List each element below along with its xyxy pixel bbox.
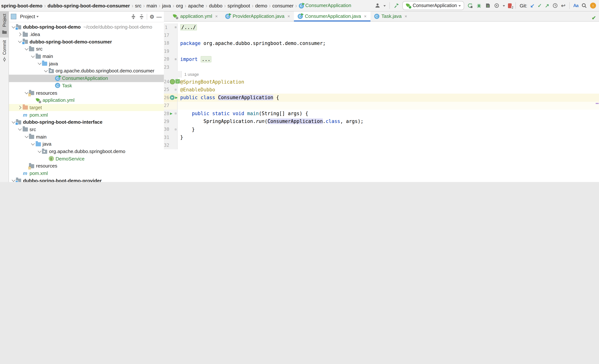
tree-row[interactable]: application.yml bbox=[9, 96, 164, 104]
run-triangle-icon[interactable]: ▶ bbox=[170, 111, 172, 116]
fold-marker[interactable]: ⊟ bbox=[174, 112, 178, 115]
git-update-icon[interactable]: ↙ bbox=[530, 3, 534, 8]
editor-tab-application.yml[interactable]: application.yml× bbox=[169, 11, 221, 21]
chevron-down-icon[interactable] bbox=[30, 141, 35, 147]
tree-row[interactable]: C▶ConsumerApplication bbox=[9, 75, 164, 82]
rollback-icon[interactable]: ↩ bbox=[561, 3, 565, 8]
tree-row[interactable]: dubbo-spring-boot-demo-consumer bbox=[9, 38, 164, 45]
chevron-down-icon[interactable] bbox=[24, 46, 29, 52]
git-push-icon[interactable]: ↗ bbox=[545, 3, 549, 8]
chevron-down-icon[interactable] bbox=[37, 61, 42, 66]
tree-row[interactable]: mpom.xml bbox=[9, 111, 164, 119]
tree-row[interactable]: java bbox=[9, 140, 164, 148]
breadcrumb-item[interactable]: C▶ConsumerApplication bbox=[299, 3, 351, 9]
tool-tab-project[interactable]: Project bbox=[0, 11, 9, 37]
tree-row[interactable]: dubbo-spring-boot-demo~/code/dubbo-sprin… bbox=[9, 23, 164, 31]
breadcrumb-item[interactable]: apache bbox=[188, 3, 204, 8]
breadcrumb-item[interactable]: springboot bbox=[228, 3, 250, 8]
usage-inlay[interactable]: 1 usage bbox=[164, 71, 599, 78]
tree-row[interactable]: src bbox=[9, 45, 164, 52]
code-line[interactable]: 31} bbox=[164, 133, 599, 141]
stop-icon[interactable]: 2 bbox=[508, 3, 512, 8]
git-commit-icon[interactable]: ✓ bbox=[537, 3, 542, 8]
tree-row[interactable]: mpom.xml bbox=[9, 170, 164, 177]
editor-tab-ConsumerApplication.java[interactable]: C▶ConsumerApplication.java× bbox=[294, 11, 370, 21]
close-tab-icon[interactable]: × bbox=[364, 14, 367, 19]
expand-all-icon[interactable] bbox=[131, 14, 137, 19]
tree-row[interactable]: CTask bbox=[9, 82, 164, 89]
inspection-ok-icon[interactable]: ✔ bbox=[592, 15, 596, 21]
code-line[interactable]: 27 bbox=[164, 102, 599, 110]
code-line[interactable]: 32 bbox=[164, 141, 599, 149]
tree-row[interactable]: java bbox=[9, 60, 164, 67]
coverage-icon[interactable] bbox=[485, 3, 491, 9]
run-config-select[interactable]: ConsumerApplication bbox=[402, 1, 464, 10]
tree-row[interactable]: org.apache.dubbo.springboot.demo.consume… bbox=[9, 67, 164, 74]
chevron-right-icon[interactable] bbox=[17, 32, 22, 37]
user-icon[interactable] bbox=[374, 3, 380, 9]
spring-bean-icon[interactable] bbox=[170, 79, 175, 84]
chevron-down-icon[interactable] bbox=[24, 134, 29, 139]
chevron-down-icon[interactable] bbox=[17, 127, 22, 132]
translate-icon[interactable]: Aa bbox=[573, 3, 578, 8]
tree-row[interactable]: resources bbox=[9, 89, 164, 96]
breadcrumb-item[interactable]: org bbox=[176, 3, 183, 8]
tree-row[interactable]: main bbox=[9, 53, 164, 60]
debug-icon[interactable] bbox=[476, 3, 482, 9]
code-line[interactable]: 26▶▶public class ConsumerApplication { bbox=[164, 94, 599, 102]
close-tab-icon[interactable]: × bbox=[405, 14, 407, 19]
fold-marker[interactable]: ⊞ bbox=[174, 26, 178, 29]
project-panel-title[interactable]: Project bbox=[20, 14, 35, 19]
rerun-icon[interactable] bbox=[467, 3, 473, 9]
tree-row[interactable]: src bbox=[9, 126, 164, 133]
code-line[interactable]: 1⊞/.../ bbox=[164, 23, 599, 31]
tree-row[interactable]: dubbo-spring-boot-demo-interface bbox=[9, 119, 164, 126]
chevron-down-icon[interactable] bbox=[43, 68, 48, 74]
editor-tab-ProviderApplication.java[interactable]: C▶ProviderApplication.java× bbox=[221, 11, 294, 21]
code-line[interactable]: 25⊟@EnableDubbo bbox=[164, 86, 599, 94]
breadcrumb-item[interactable]: spring-boot-demo bbox=[1, 3, 42, 8]
fold-marker[interactable]: ⊟ bbox=[174, 88, 178, 91]
run-triangle-icon[interactable]: ▶ bbox=[175, 95, 178, 100]
profiler-icon[interactable] bbox=[494, 3, 500, 9]
build-hammer-icon[interactable] bbox=[393, 3, 399, 9]
history-icon[interactable] bbox=[552, 3, 558, 9]
breadcrumb-item[interactable]: main bbox=[147, 3, 157, 8]
fold-marker[interactable]: ⊟ bbox=[174, 128, 178, 131]
code-editor[interactable]: 1⊞/.../1718package org.apache.dubbo.spri… bbox=[164, 22, 599, 149]
breadcrumb-item[interactable]: dubbo-spring-boot-demo-consumer bbox=[48, 3, 130, 8]
tree-row[interactable]: main bbox=[9, 133, 164, 140]
breadcrumb-item[interactable]: dubbo bbox=[209, 3, 222, 8]
tree-row[interactable]: org.apache.dubbo.springboot.demo bbox=[9, 148, 164, 155]
dubbo-run-icon[interactable]: ▶ bbox=[170, 95, 175, 100]
editor-tab-Task.java[interactable]: CTask.java× bbox=[370, 11, 411, 21]
code-line[interactable]: 28▶⊟ public static void main(String[] ar… bbox=[164, 110, 599, 118]
code-line[interactable]: 17 bbox=[164, 31, 599, 39]
search-icon[interactable] bbox=[581, 3, 587, 9]
chevron-down-icon[interactable] bbox=[37, 149, 42, 154]
code-line[interactable]: 29 SpringApplication.run(ConsumerApplica… bbox=[164, 118, 599, 126]
breadcrumb-item[interactable]: consumer bbox=[272, 3, 294, 8]
fold-marker[interactable]: ⊞ bbox=[174, 58, 178, 61]
chevron-down-icon[interactable] bbox=[30, 54, 35, 59]
tree-row[interactable]: IDemoService bbox=[9, 155, 164, 162]
breadcrumb-item[interactable]: src bbox=[135, 3, 141, 8]
breadcrumb-item[interactable]: demo bbox=[255, 3, 267, 8]
tree-row[interactable]: target bbox=[9, 104, 164, 111]
breadcrumb-item[interactable]: java bbox=[162, 3, 171, 8]
collapse-all-icon[interactable] bbox=[139, 14, 145, 19]
chevron-right-icon[interactable] bbox=[17, 105, 22, 110]
close-tab-icon[interactable]: × bbox=[215, 14, 218, 19]
settings-gear-icon[interactable]: ⚙ bbox=[150, 14, 154, 19]
code-line[interactable]: 23 bbox=[164, 63, 599, 71]
tool-tab-commit[interactable]: Commit bbox=[0, 37, 9, 65]
code-line[interactable]: 20⊞import ... bbox=[164, 55, 599, 63]
code-line[interactable]: 19 bbox=[164, 47, 599, 55]
code-line[interactable]: 18package org.apache.dubbo.springboot.de… bbox=[164, 39, 599, 47]
close-tab-icon[interactable]: × bbox=[287, 14, 290, 19]
hide-icon[interactable]: — bbox=[157, 14, 162, 19]
code-line[interactable]: 24✓⊟@SpringBootApplication bbox=[164, 78, 599, 86]
code-line[interactable]: 30⊟ } bbox=[164, 125, 599, 133]
update-available-icon[interactable]: ↑ bbox=[590, 3, 596, 9]
tree-row[interactable]: resources bbox=[9, 162, 164, 170]
